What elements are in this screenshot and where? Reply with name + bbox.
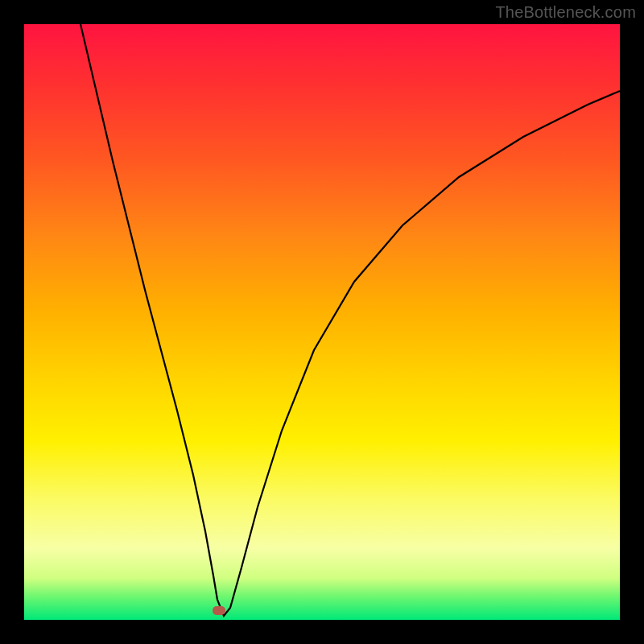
bottleneck-curve [24,24,620,620]
chart-frame: TheBottleneck.com [0,0,644,644]
optimum-marker [213,606,225,615]
watermark-text: TheBottleneck.com [495,3,636,22]
curve-path [80,24,620,616]
